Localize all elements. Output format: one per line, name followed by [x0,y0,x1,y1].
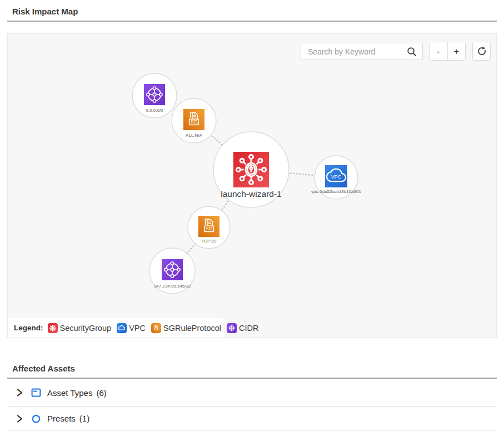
asset-row-label: Presets [47,414,76,423]
chevron-right-icon[interactable] [16,388,23,397]
asset-types-icon [31,387,42,398]
svg-text:SG: SG [191,119,197,125]
node-label: TCP:22 [201,239,217,244]
node-cidr-ip[interactable]: 147.234.95.145/32 [149,248,195,294]
title-divider [7,21,497,22]
node-launch-wizard-1[interactable]: launch-wizard-1 [213,132,289,207]
heptagon-shape [33,415,40,422]
search-input[interactable] [301,43,422,60]
zoom-out-button[interactable]: - [430,42,448,60]
search-box[interactable] [301,43,423,60]
page-title: Risk Impact Map [7,0,497,21]
security-group-icon [48,323,58,333]
svg-text:SG: SG [206,226,212,231]
node-label: 0.0.0.0/0 [146,108,163,113]
legend-item-label: SGRuleProtocol [163,324,221,333]
presets-row[interactable]: Presets (1) [7,407,497,430]
legend-item-vpc: VPC [117,323,146,333]
node-sg-rule-all[interactable]: SGALL:N/A [172,98,216,143]
asset-row-count: (1) [79,414,89,423]
legend-item-label: SecurityGroup [60,324,112,333]
refresh-icon [476,46,487,57]
cidr-icon [227,323,237,333]
legend-item-cidr: CIDR [227,323,258,333]
legend-label: Legend: [14,324,43,332]
legend-item-securitygroup: SecurityGroup [48,323,112,333]
affected-assets-title: Affected Assets [7,364,497,378]
vpc-icon [117,323,127,333]
risk-impact-graph[interactable]: 0.0.0.0/0SGALL:N/Alaunch-wizard-1VPCvpc-… [8,34,496,338]
node-label: 147.234.95.145/32 [154,284,191,289]
legend-item-label: CIDR [239,324,258,333]
node-vpc[interactable]: VPCvpc-0da52ccb18b10a301 [311,156,361,199]
zoom-controls: - + [429,42,466,61]
node-label: launch-wizard-1 [221,189,281,199]
svg-text:VPC: VPC [331,174,342,180]
search-icon[interactable] [407,47,417,57]
node-label: ALL:N/A [186,133,202,138]
sg-rule-protocol-icon [151,323,161,333]
legend: Legend: SecurityGroup VPC SGRuleProtocol… [8,318,223,338]
zoom-in-button[interactable]: + [448,42,466,60]
page: Risk Impact Map 0.0.0.0/0SGALL:N/Alaunch… [0,0,504,430]
node-sg-rule-tcp-22[interactable]: SGTCP:22 [188,206,230,249]
legend-item-label: VPC [129,324,146,333]
asset-row-label: Asset Types [47,388,92,398]
node-label: vpc-0da52ccb18b10a301 [311,189,361,194]
asset-types-row[interactable]: Asset Types (6) [7,379,497,407]
asset-row-count: (6) [96,388,106,398]
node-cidr-any[interactable]: 0.0.0.0/0 [132,73,177,118]
presets-icon [31,413,42,424]
risk-map-canvas[interactable]: 0.0.0.0/0SGALL:N/Alaunch-wizard-1VPCvpc-… [7,33,497,338]
map-toolbar: - + [301,42,491,61]
chevron-right-icon[interactable] [16,414,23,423]
legend-item-sgruleprotocol: SGRuleProtocol [151,323,221,333]
refresh-button[interactable] [472,42,491,61]
